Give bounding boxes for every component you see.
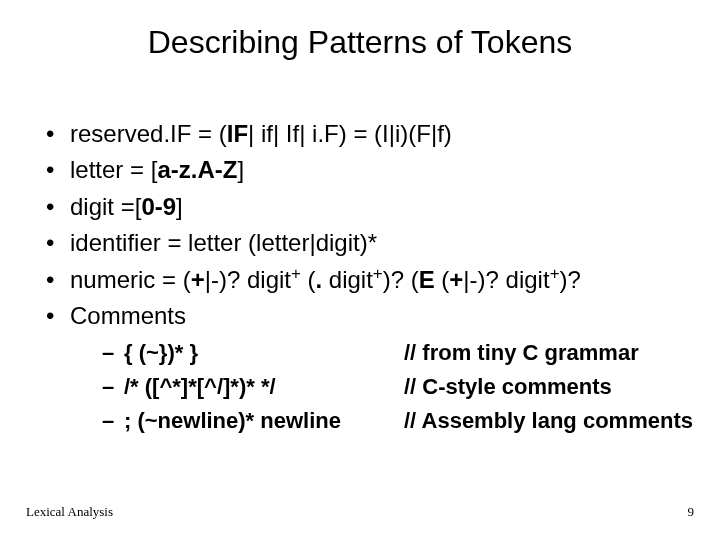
- text: ]: [176, 193, 183, 220]
- text: digit =[: [70, 193, 141, 220]
- comment-text: // from tiny C grammar: [404, 338, 639, 368]
- superscript: +: [291, 264, 301, 283]
- text-bold: 0-9: [141, 193, 176, 220]
- superscript: +: [550, 264, 560, 283]
- superscript: +: [373, 264, 383, 283]
- text: Comments: [70, 302, 186, 329]
- sub-bullet-list: { (~})* }// from tiny C grammar /* ([^*]…: [70, 338, 690, 435]
- text: (: [301, 266, 316, 293]
- text-bold: +: [449, 266, 463, 293]
- text: digit: [322, 266, 373, 293]
- bullet-item: letter = [a-z.A-Z]: [42, 154, 690, 186]
- pattern-text: { (~})* }: [124, 338, 404, 368]
- bullet-item: digit =[0-9]: [42, 191, 690, 223]
- slide-content: reserved.IF = (IF| if| If| i.F) = (I|i)(…: [42, 118, 690, 439]
- text: |-)? digit: [205, 266, 291, 293]
- slide: Describing Patterns of Tokens reserved.I…: [0, 0, 720, 540]
- bullet-item: Comments { (~})* }// from tiny C grammar…: [42, 300, 690, 435]
- bullet-item: identifier = letter (letter|digit)*: [42, 227, 690, 259]
- text: letter = [: [70, 156, 157, 183]
- text: )? (: [383, 266, 419, 293]
- bullet-list: reserved.IF = (IF| if| If| i.F) = (I|i)(…: [42, 118, 690, 435]
- text: ]: [237, 156, 244, 183]
- pattern-text: /* ([^*]*[^/]*)* */: [124, 372, 404, 402]
- text: )?: [559, 266, 580, 293]
- slide-number: 9: [688, 504, 695, 520]
- text: (: [435, 266, 450, 293]
- text-bold: +: [191, 266, 205, 293]
- text: reserved.IF = (: [70, 120, 227, 147]
- comment-text: // Assembly lang comments: [404, 406, 693, 436]
- text: |-)? digit: [463, 266, 549, 293]
- bullet-item: reserved.IF = (IF| if| If| i.F) = (I|i)(…: [42, 118, 690, 150]
- sub-bullet-item: { (~})* }// from tiny C grammar: [102, 338, 690, 368]
- text: | if| If| i.F) = (I|i)(F|f): [248, 120, 452, 147]
- comment-text: // C-style comments: [404, 372, 612, 402]
- text-bold: IF: [227, 120, 248, 147]
- slide-title: Describing Patterns of Tokens: [0, 24, 720, 61]
- footer-left: Lexical Analysis: [26, 504, 113, 520]
- text-bold: a-z.A-Z: [157, 156, 237, 183]
- sub-bullet-item: /* ([^*]*[^/]*)* */// C-style comments: [102, 372, 690, 402]
- text: numeric = (: [70, 266, 191, 293]
- pattern-text: ; (~newline)* newline: [124, 406, 404, 436]
- sub-bullet-item: ; (~newline)* newline// Assembly lang co…: [102, 406, 690, 436]
- bullet-item: numeric = (+|-)? digit+ (. digit+)? (E (…: [42, 264, 690, 296]
- text-bold: E: [419, 266, 435, 293]
